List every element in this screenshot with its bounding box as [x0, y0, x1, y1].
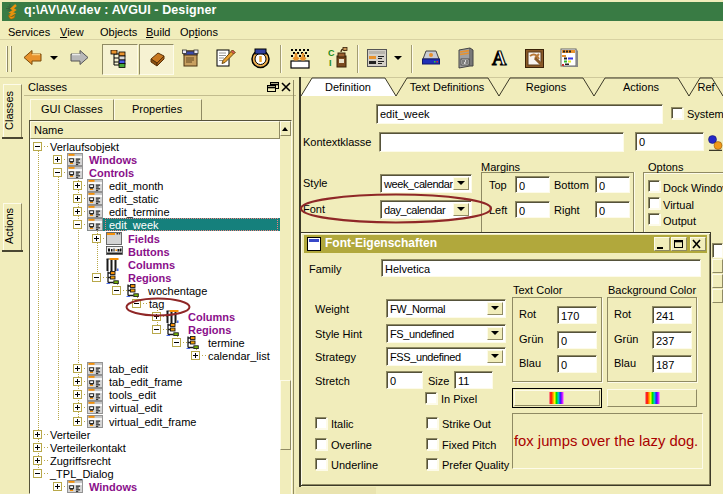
svg-text:I: I	[329, 58, 332, 68]
svg-text:Ref: Ref	[697, 81, 715, 93]
svg-text:Actions: Actions	[623, 81, 660, 93]
svg-text:Regions: Regions	[526, 81, 567, 93]
svg-text:C: C	[328, 48, 335, 58]
svg-text:Text Definitions: Text Definitions	[410, 81, 485, 93]
svg-text:Definition: Definition	[325, 81, 371, 93]
